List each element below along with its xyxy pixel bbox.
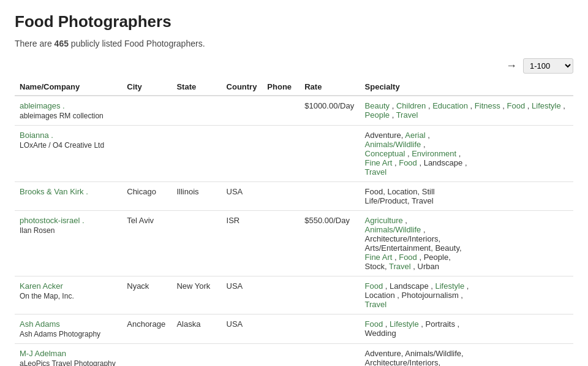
state-cell: New York	[172, 276, 221, 315]
city-cell: Nyack	[122, 276, 172, 315]
specialty-part: Animals/Wildlife	[365, 225, 421, 234]
company-name: Ilan Rosen	[20, 226, 117, 235]
rate-cell	[300, 315, 360, 344]
specialty-cell: Agriculture ,Animals/Wildlife ,Architect…	[360, 211, 573, 276]
specialty-part: ,	[392, 158, 399, 167]
country-cell	[222, 96, 263, 126]
photographer-name-link[interactable]: Brooks & Van Kirk .	[20, 187, 88, 196]
city-cell	[122, 126, 172, 182]
specialty-part: ,	[405, 149, 412, 158]
specialty-part: ,	[426, 131, 430, 140]
specialty-part: Fine Art	[365, 158, 393, 167]
phone-cell	[262, 182, 300, 211]
specialty-cell: Adventure, Aerial ,Animals/Wildlife ,Con…	[360, 126, 573, 182]
name-cell: Ash AdamsAsh Adams Photography	[15, 315, 122, 344]
specialty-part: Adventure,	[365, 131, 405, 140]
phone-cell	[262, 211, 300, 276]
page-title: Food Photographers	[15, 12, 573, 31]
specialty-part: ,	[403, 216, 407, 225]
specialty-cell: Food , Lifestyle , Portraits ,Wedding	[360, 315, 573, 344]
col-header-city: City	[122, 78, 172, 96]
table-body: ableimages .ableimages RM collection$100…	[15, 96, 573, 366]
phone-cell	[262, 126, 300, 182]
specialty-part: Food	[399, 158, 417, 167]
table-row: Ash AdamsAsh Adams PhotographyAnchorageA…	[15, 315, 573, 344]
specialty-part: Animals/Wildlife	[365, 140, 421, 149]
specialty-part: Food	[365, 281, 383, 291]
company-name: ableimages RM collection	[20, 112, 117, 120]
specialty-part: ,	[392, 253, 399, 262]
photographer-name-link[interactable]: ableimages .	[20, 101, 65, 110]
specialty-part: Beauty	[365, 101, 390, 110]
company-name: aLeoPics Travel Photography	[20, 359, 117, 366]
name-cell: ableimages .ableimages RM collection	[15, 96, 122, 126]
state-cell	[172, 211, 221, 276]
specialty-part: ,	[456, 149, 461, 158]
specialty-part: Lifestyle	[390, 319, 419, 329]
company-name: LOxArte / O4 Creative Ltd	[20, 141, 117, 150]
specialty-part: ,	[561, 101, 565, 110]
subtitle-count: 465	[55, 39, 69, 48]
specialty-part: ,	[468, 101, 475, 110]
specialty-cell: Adventure, Animals/Wildlife,Architecture…	[360, 344, 573, 367]
country-cell: ISR	[222, 211, 263, 276]
header-row: Name/CompanyCityStateCountryPhoneRateSpe…	[15, 78, 573, 96]
rate-cell	[300, 276, 360, 315]
rate-cell	[300, 182, 360, 211]
photographer-name-link[interactable]: Karen Acker	[20, 281, 63, 291]
specialty-part: ,	[390, 110, 396, 120]
specialty-part: Architecture/Interiors,Arts/Entertainmen…	[365, 234, 462, 253]
city-cell: Chicago	[122, 182, 172, 211]
name-cell: M-J AdelmanaLeoPics Travel Photography	[15, 344, 122, 367]
country-cell	[222, 126, 263, 182]
specialty-part: ,	[500, 101, 507, 110]
specialty-part: Aerial	[405, 131, 425, 140]
specialty-part: Travel	[389, 262, 411, 271]
specialty-part: Fine Art	[365, 253, 393, 262]
specialty-cell: Food, Location, StillLife/Product, Trave…	[360, 182, 573, 211]
specialty-part: Food	[507, 101, 526, 110]
state-cell	[172, 126, 221, 182]
name-cell: Brooks & Van Kirk .	[15, 182, 122, 211]
specialty-part: Food	[399, 253, 417, 262]
specialty-part: ,	[383, 319, 390, 329]
rate-cell: $550.00/Day	[300, 211, 360, 276]
next-arrow-button[interactable]: →	[506, 59, 517, 72]
state-cell	[172, 344, 221, 367]
city-cell: Anchorage	[122, 315, 172, 344]
country-cell: USA	[222, 315, 263, 344]
specialty-part: Children	[396, 101, 426, 110]
photographer-name-link[interactable]: photostock-israel .	[20, 216, 85, 225]
table-row: Karen AckerOn the Map, Inc.NyackNew York…	[15, 276, 573, 315]
rate-cell: $1000.00/Day	[300, 96, 360, 126]
specialty-part: , Landscape ,	[383, 281, 435, 291]
company-name: Ash Adams Photography	[20, 330, 117, 338]
table-row: Brooks & Van Kirk .ChicagoIllinoisUSAFoo…	[15, 182, 573, 211]
state-cell: Illinois	[172, 182, 221, 211]
specialty-part: Environment	[412, 149, 456, 158]
name-cell: Karen AckerOn the Map, Inc.	[15, 276, 122, 315]
specialty-part: , Landscape ,	[417, 158, 467, 167]
specialty-part: Travel	[365, 167, 387, 177]
specialty-part: , Urban	[411, 262, 439, 271]
phone-cell	[262, 276, 300, 315]
city-cell	[122, 344, 172, 367]
specialty-part: ,	[390, 101, 396, 110]
subtitle: There are 465 publicly listed Food Photo…	[15, 39, 573, 48]
specialty-cell: Beauty , Children , Education , Fitness …	[360, 96, 573, 126]
range-select[interactable]: 1-100101-200201-300301-400401-465	[523, 58, 573, 74]
photographer-name-link[interactable]: Boianna .	[20, 131, 53, 140]
photographer-name-link[interactable]: M-J Adelman	[20, 349, 66, 358]
col-header-specialty: Specialty	[360, 78, 573, 96]
table-row: photostock-israel .Ilan RosenTel AvivISR…	[15, 211, 573, 276]
state-cell: Alaska	[172, 315, 221, 344]
specialty-part: Fitness	[475, 101, 500, 110]
specialty-part: Adventure, Animals/Wildlife,Architecture…	[365, 349, 464, 366]
country-cell	[222, 344, 263, 367]
table-row: M-J AdelmanaLeoPics Travel PhotographyAd…	[15, 344, 573, 367]
table-row: Boianna .LOxArte / O4 Creative LtdAdvent…	[15, 126, 573, 182]
col-header-state: State	[172, 78, 221, 96]
state-cell	[172, 96, 221, 126]
city-cell	[122, 96, 172, 126]
photographer-name-link[interactable]: Ash Adams	[20, 319, 60, 329]
